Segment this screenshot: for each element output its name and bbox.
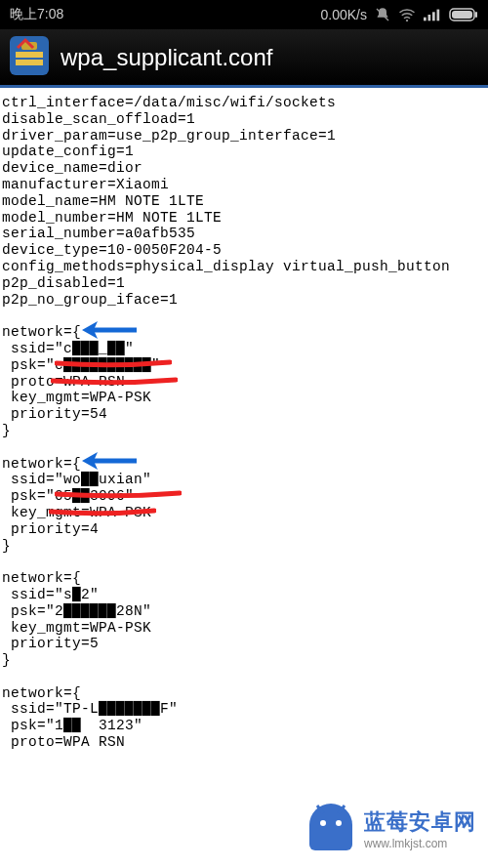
wifi-icon	[398, 8, 416, 21]
svg-rect-5	[437, 10, 440, 21]
svg-rect-11	[16, 60, 43, 65]
status-right: 0.00K/s	[321, 7, 478, 22]
watermark-url: www.lmkjst.com	[364, 837, 476, 850]
svg-rect-10	[16, 52, 43, 58]
file-content: ctrl_interface=/data/misc/wifi/sockets d…	[0, 91, 488, 755]
svg-point-13	[320, 820, 326, 826]
svg-point-14	[336, 820, 342, 826]
watermark: 蓝莓安卓网 www.lmkjst.com	[305, 800, 476, 858]
svg-rect-7	[452, 11, 472, 19]
svg-rect-2	[424, 18, 427, 21]
svg-rect-4	[432, 12, 435, 21]
svg-rect-3	[428, 15, 431, 21]
app-icon[interactable]	[8, 34, 51, 81]
mute-icon	[375, 7, 390, 22]
file-viewer[interactable]: ctrl_interface=/data/misc/wifi/sockets d…	[0, 91, 488, 868]
svg-point-1	[406, 20, 408, 21]
watermark-title: 蓝莓安卓网	[364, 807, 476, 837]
app-title: wpa_supplicant.conf	[61, 44, 272, 71]
watermark-logo-icon	[305, 800, 356, 858]
svg-rect-8	[475, 12, 477, 18]
status-netspeed: 0.00K/s	[321, 7, 367, 22]
app-bar: wpa_supplicant.conf	[0, 29, 488, 88]
signal-icon	[424, 8, 441, 21]
status-bar: 晚上7:08 0.00K/s	[0, 0, 488, 29]
status-time: 晚上7:08	[10, 6, 63, 23]
battery-icon	[449, 8, 478, 21]
